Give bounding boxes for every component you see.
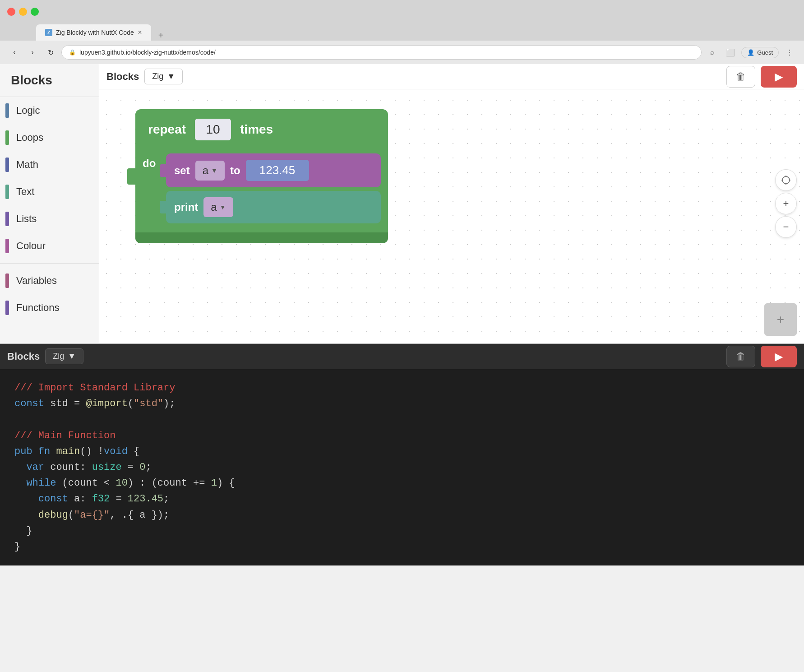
run-icon: ▶ (775, 70, 783, 83)
repeat-body: do set a ▼ t (135, 150, 388, 232)
language-selector[interactable]: Zig ▼ (144, 69, 183, 84)
sidebar-divider (0, 263, 99, 264)
code-line-2: pub fn main() !void { (14, 444, 790, 459)
app-container: Blocks Logic Loops Math Text Lists (0, 64, 804, 565)
code-line-4: while (count < 10) : (count += 1) { (14, 475, 790, 491)
code-blocks-label: Blocks (7, 351, 40, 362)
left-notch (127, 168, 135, 185)
zoom-in-btn[interactable]: + (775, 193, 797, 214)
address-bar[interactable]: 🔒 lupyuen3.github.io/blockly-zig-nuttx/d… (61, 45, 702, 60)
sidebar-item-lists[interactable]: Lists (0, 205, 99, 232)
do-label: do (143, 157, 156, 170)
zoom-target-btn[interactable] (775, 169, 797, 191)
zoom-out-btn[interactable]: − (775, 216, 797, 238)
print-var-dropdown[interactable]: a ▼ (203, 197, 233, 217)
tab-favicon: Z (45, 29, 52, 36)
sidebar-math-label: Math (16, 159, 38, 171)
secure-icon: 🔒 (69, 49, 76, 56)
profile-icon: 👤 (747, 49, 754, 56)
search-icon-btn[interactable]: ⌕ (705, 45, 720, 60)
colour-color-indicator (5, 239, 9, 253)
tab-title: Zig Blockly with NuttX Code (56, 29, 134, 36)
maximize-traffic-light[interactable] (31, 8, 39, 16)
guest-profile-btn[interactable]: 👤 Guest (741, 47, 779, 58)
code-line-8: } (14, 539, 790, 555)
editor-section: Blocks Logic Loops Math Text Lists (0, 64, 804, 344)
code-lang-value: Zig (53, 352, 64, 361)
tab-close-btn[interactable]: ✕ (138, 29, 142, 36)
minimize-traffic-light[interactable] (19, 8, 27, 16)
close-traffic-light[interactable] (7, 8, 15, 16)
extensions-btn[interactable]: ⬜ (723, 45, 738, 60)
trash-icon: 🗑 (736, 71, 746, 83)
blocks-area: repeat 10 times do (135, 109, 388, 243)
repeat-header: repeat 10 times (135, 109, 388, 150)
sidebar-functions-label: Functions (16, 302, 59, 314)
canvas-trash-area[interactable]: + (764, 303, 797, 336)
sidebar-item-variables[interactable]: Variables (0, 267, 99, 294)
code-line-3: var count: usize = 0; (14, 459, 790, 475)
canvas-trash-icon: + (777, 312, 784, 327)
tab-bar: Z Zig Blockly with NuttX Code ✕ + (0, 23, 804, 41)
back-btn[interactable]: ‹ (7, 45, 22, 60)
blockly-canvas[interactable]: Blocks Zig ▼ 🗑 ▶ (99, 64, 804, 343)
code-trash-icon: 🗑 (736, 351, 746, 362)
reload-btn[interactable]: ↻ (43, 45, 58, 60)
browser-toolbar: ‹ › ↻ 🔒 lupyuen3.github.io/blockly-zig-n… (0, 41, 804, 64)
print-block[interactable]: print a ▼ (166, 191, 381, 223)
repeat-count-input[interactable]: 10 (195, 119, 231, 140)
trash-button[interactable]: 🗑 (726, 66, 755, 88)
code-trash-btn[interactable]: 🗑 (726, 346, 755, 367)
sidebar-item-logic[interactable]: Logic (0, 97, 99, 124)
sidebar-text-label: Text (16, 186, 34, 198)
sidebar-item-loops[interactable]: Loops (0, 124, 99, 151)
set-value-input[interactable]: 123.45 (246, 160, 309, 181)
sidebar-item-colour[interactable]: Colour (0, 232, 99, 260)
set-left-notch (160, 164, 166, 177)
browser-tab[interactable]: Z Zig Blockly with NuttX Code ✕ (36, 24, 151, 41)
sidebar-colour-label: Colour (16, 240, 46, 252)
variables-color-indicator (5, 273, 9, 288)
set-var-dropdown[interactable]: a ▼ (195, 161, 225, 181)
url-text: lupyuen3.github.io/blockly-zig-nuttx/dem… (79, 49, 216, 56)
traffic-lights (7, 8, 39, 16)
run-button[interactable]: ▶ (761, 66, 797, 88)
code-lang-selector[interactable]: Zig ▼ (45, 348, 83, 364)
new-tab-btn[interactable]: + (155, 30, 167, 41)
sidebar-item-math[interactable]: Math (0, 151, 99, 178)
code-run-btn[interactable]: ▶ (761, 346, 797, 367)
code-line-5: const a: f32 = 123.45; (14, 491, 790, 507)
forward-btn[interactable]: › (25, 45, 40, 60)
code-lang-arrow: ▼ (68, 352, 76, 361)
lists-color-indicator (5, 212, 9, 226)
sidebar-logic-label: Logic (16, 105, 40, 116)
menu-btn[interactable]: ⋮ (782, 45, 797, 60)
zoom-controls: + − (775, 169, 797, 238)
sidebar-lists-label: Lists (16, 213, 37, 225)
set-prefix: set (174, 164, 190, 177)
code-editor[interactable]: /// Import Standard Library const std = … (0, 369, 804, 565)
editor-toolbar: Blocks Zig ▼ 🗑 ▶ (99, 64, 804, 89)
do-label-area: do (135, 150, 162, 232)
sidebar-item-functions[interactable]: Functions (0, 294, 99, 321)
browser-chrome: Z Zig Blockly with NuttX Code ✕ + ‹ › ↻ … (0, 0, 804, 64)
code-line-1: const std = @import("std"); (14, 396, 790, 412)
loops-color-indicator (5, 130, 9, 145)
repeat-block[interactable]: repeat 10 times do (135, 109, 388, 243)
repeat-prefix-text: repeat (148, 122, 186, 137)
text-color-indicator (5, 185, 9, 199)
sidebar-header: Blocks (0, 64, 99, 97)
lang-value: Zig (152, 72, 163, 81)
set-dropdown-arrow: ▼ (211, 167, 217, 174)
sidebar-item-text[interactable]: Text (0, 178, 99, 205)
sidebar-variables-label: Variables (16, 275, 57, 287)
functions-color-indicator (5, 301, 9, 315)
print-left-notch (160, 201, 166, 213)
sidebar: Blocks Logic Loops Math Text Lists (0, 64, 99, 343)
nested-blocks: set a ▼ to 123.45 (162, 150, 388, 232)
print-dropdown-arrow: ▼ (220, 204, 226, 211)
toolbar-right: ⌕ ⬜ 👤 Guest ⋮ (705, 45, 797, 60)
logic-color-indicator (5, 103, 9, 118)
sidebar-loops-label: Loops (16, 132, 43, 144)
set-block[interactable]: set a ▼ to 123.45 (166, 153, 381, 187)
